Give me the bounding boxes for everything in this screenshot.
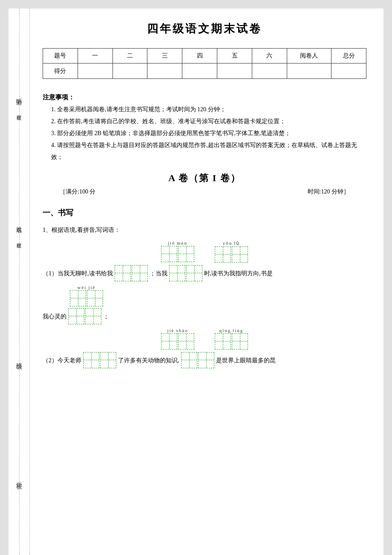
sentence1-end: ； xyxy=(103,311,109,322)
answer-wei[interactable] xyxy=(68,308,84,324)
answer-jie5[interactable] xyxy=(83,352,99,368)
section-a-title: A 卷（第 I 卷） xyxy=(43,172,366,185)
note-item-4: 4. 请按照题号在答题卡上与题目对应的答题区域内规范作答,超出答题区域书写的答案… xyxy=(51,139,366,163)
pinyin-qingting-text: qīng tíng xyxy=(219,328,244,333)
main-content: 四年级语文期末试卷 题号 一 二 三 四 五 六 阅卷人 总分 得分 xyxy=(30,9,383,555)
sentence-2: （2）今天老师 了许多有关动物的知识, 是世界上眼睛最多的昆 xyxy=(43,352,366,368)
score-2[interactable] xyxy=(112,64,147,79)
col-tihao: 题号 xyxy=(43,49,78,64)
char-box-you[interactable] xyxy=(215,246,231,263)
answer-you[interactable] xyxy=(169,265,185,281)
dashed-vertical-line xyxy=(19,9,20,555)
score-3[interactable] xyxy=(147,64,182,79)
answer-box-weijie xyxy=(68,308,101,324)
pinyin-jiemen-text: jiě mèn xyxy=(168,240,187,246)
sentence1-before: （1）当我无聊时,读书给我 xyxy=(43,268,113,279)
sentence1-middle: ；当我 xyxy=(150,268,167,279)
label-school: 学校 xyxy=(15,477,23,479)
pinyin-group-jiemen: jiě mèn xyxy=(161,240,194,263)
char-boxes-weijie xyxy=(70,290,103,306)
score-table: 题号 一 二 三 四 五 六 阅卷人 总分 得分 xyxy=(43,48,366,79)
char-box-qing[interactable] xyxy=(215,333,231,350)
q1-label: 1、根据语境,看拼音,写词语： xyxy=(43,225,366,235)
answer-ting[interactable] xyxy=(198,352,214,368)
section-meta: ［满分:100 分 时间:120 分钟］ xyxy=(43,188,366,196)
page-container: 听游 密封线 姓名 密封线 班级 学校 四年级语文期末试卷 题号 一 二 三 四… xyxy=(9,9,383,555)
pinyin-group-qingting: qīng tíng xyxy=(215,328,248,350)
seal-line-2: 密封线 xyxy=(16,239,22,240)
pinyin-jieshao-text: jiè shào xyxy=(167,328,188,333)
answer-lu[interactable] xyxy=(186,265,202,281)
char-box-wei[interactable] xyxy=(70,290,86,306)
label-name: 姓名 xyxy=(15,222,23,223)
page-title: 四年级语文期末试卷 xyxy=(43,21,366,36)
sentence-1-tail: 我心灵的 ； xyxy=(43,308,366,324)
col-3: 三 xyxy=(147,49,182,64)
col-2: 二 xyxy=(112,49,147,64)
seal-line-1: 密封线 xyxy=(16,111,22,112)
notes-title: 注意事项： xyxy=(43,91,366,104)
pinyin-row-2: jiè shào qīng tíng xyxy=(43,328,366,350)
sentence2-before: （2）今天老师 xyxy=(43,355,81,366)
char-box-shao[interactable] xyxy=(178,333,194,350)
char-boxes-qingting xyxy=(215,333,248,350)
answer-jie[interactable] xyxy=(115,265,131,281)
char-box-lu[interactable] xyxy=(232,246,248,263)
note-item-3: 3. 部分必须使用 2B 铅笔填涂；非选择题部分必须使用黑色签字笔书写,字体工整… xyxy=(51,127,366,139)
answer-box-youlu xyxy=(169,265,202,281)
score-4[interactable] xyxy=(182,64,217,79)
pinyin-group-weijie: wèi jiě xyxy=(70,285,103,306)
meta-left: ［满分:100 分 xyxy=(60,188,95,196)
char-box-ting[interactable] xyxy=(232,333,248,350)
score-5[interactable] xyxy=(217,64,252,79)
char-boxes-jieshao xyxy=(161,333,194,350)
sentence1-tail: 我心灵的 xyxy=(43,311,66,322)
answer-box-jiemen xyxy=(115,265,148,281)
answer-qing[interactable] xyxy=(181,352,197,368)
table-header-row: 题号 一 二 三 四 五 六 阅卷人 总分 xyxy=(43,49,366,64)
note-item-2: 2. 在作答前,考生请将自己的学校、姓名、班级、准考证号涂写在试卷和答题卡规定位… xyxy=(51,116,366,127)
score-label: 得分 xyxy=(43,64,78,79)
part1-heading: 一、书写 xyxy=(43,208,366,218)
col-1: 一 xyxy=(78,49,112,64)
answer-box-qingting xyxy=(181,352,214,368)
col-5: 五 xyxy=(217,49,252,64)
char-boxes-youlu xyxy=(215,246,248,263)
table-score-row: 得分 xyxy=(43,64,366,79)
char-box-jie2[interactable] xyxy=(87,290,103,306)
score-1[interactable] xyxy=(78,64,112,79)
score-reviewer[interactable] xyxy=(287,64,331,79)
sentence2-after: 是世界上眼睛最多的昆 xyxy=(216,355,276,366)
answer-jie3[interactable] xyxy=(85,308,101,324)
col-total: 总分 xyxy=(331,49,366,64)
score-6[interactable] xyxy=(252,64,287,79)
label-tingyu: 听游 xyxy=(15,94,23,95)
answer-shao[interactable] xyxy=(100,352,116,368)
sentence-1: （1）当我无聊时,读书给我 ；当我 时,读书为我指明方向,书是 xyxy=(43,265,366,281)
answer-men[interactable] xyxy=(132,265,148,281)
answer-box-jieshao xyxy=(83,352,116,368)
notes-section: 注意事项： 1. 全卷采用机器阅卷,请考生注意书写规范；考试时间为 120 分钟… xyxy=(43,91,366,163)
char-box-jie4[interactable] xyxy=(161,333,177,350)
pinyin-group-youlu: yōu lǜ xyxy=(215,240,248,263)
label-class: 班级 xyxy=(15,358,23,360)
char-boxes-jiemen xyxy=(161,246,194,262)
pinyin-row-1: jiě mèn yōu lǜ xyxy=(43,240,366,263)
left-margin: 听游 密封线 姓名 密封线 班级 学校 xyxy=(9,9,30,555)
pinyin-group-weijie-wrapper: wèi jiě xyxy=(68,285,366,306)
sentence2-middle: 了许多有关动物的知识, xyxy=(118,355,179,366)
pinyin-group-jieshao: jiè shào xyxy=(161,328,194,350)
pinyin-youlu-text: yōu lǜ xyxy=(223,240,240,246)
note-item-1: 1. 全卷采用机器阅卷,请考生注意书写规范；考试时间为 120 分钟； xyxy=(51,104,366,116)
char-box-men[interactable] xyxy=(178,246,194,262)
score-total[interactable] xyxy=(331,64,366,79)
col-reviewer: 阅卷人 xyxy=(287,49,331,64)
col-4: 四 xyxy=(182,49,217,64)
meta-right: 时间:120 分钟］ xyxy=(308,188,349,196)
col-6: 六 xyxy=(252,49,287,64)
pinyin-weijie-text: wèi jiě xyxy=(78,285,96,290)
sentence1-after: 时,读书为我指明方向,书是 xyxy=(204,268,273,279)
char-box-jie[interactable] xyxy=(161,246,177,262)
